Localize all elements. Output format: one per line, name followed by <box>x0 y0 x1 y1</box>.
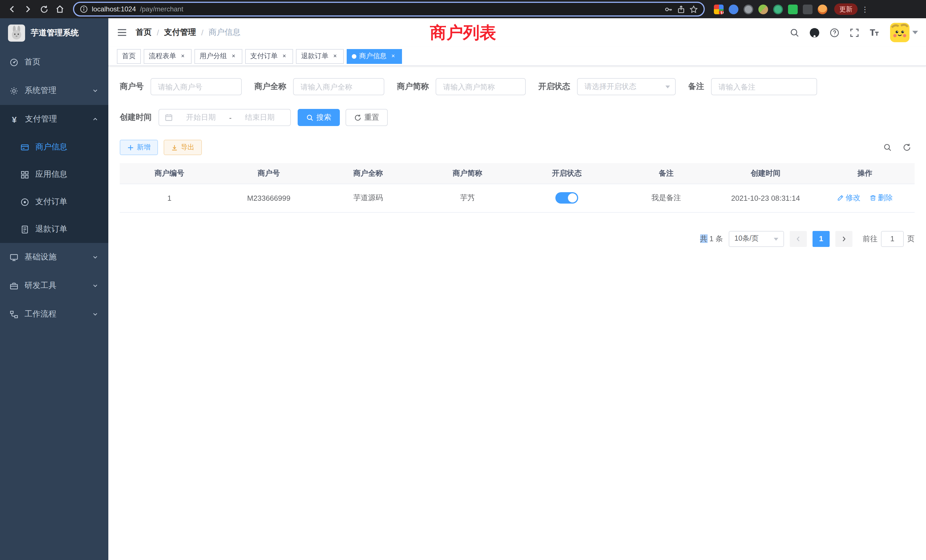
reload-icon[interactable] <box>36 2 51 17</box>
col-remark: 备注 <box>617 163 716 184</box>
sidebar-item-merchant-info[interactable]: 商户信息 <box>0 133 108 161</box>
browser-update-button[interactable]: 更新 <box>834 3 858 15</box>
tab-process-form[interactable]: 流程表单 <box>144 49 192 64</box>
extensions-area: 10 <box>710 4 831 14</box>
sidebar-group-workflow[interactable]: 工作流程 <box>0 300 108 328</box>
extension-blue-icon[interactable] <box>729 4 738 14</box>
cell-actions: 修改 删除 <box>816 184 915 212</box>
merchant-full-name-input[interactable] <box>293 78 384 95</box>
reset-button[interactable]: 重置 <box>345 109 388 126</box>
close-icon[interactable] <box>331 53 339 60</box>
fullscreen-icon[interactable] <box>847 25 862 40</box>
extension-gray-icon[interactable] <box>743 4 753 14</box>
download-icon <box>171 144 178 151</box>
help-icon[interactable] <box>827 25 841 40</box>
col-short-name: 商户简称 <box>418 163 517 184</box>
page-1-button[interactable]: 1 <box>813 231 830 247</box>
sidebar-logo-row[interactable]: 芋道管理系统 <box>0 18 108 48</box>
edit-link[interactable]: 修改 <box>837 193 861 203</box>
sidebar-item-pay-orders[interactable]: 支付订单 <box>0 188 108 216</box>
font-size-icon[interactable] <box>867 25 882 40</box>
sidebar-group-payment[interactable]: ¥ 支付管理 <box>0 105 108 133</box>
delete-link[interactable]: 删除 <box>869 193 893 203</box>
status-toggle[interactable] <box>555 192 578 204</box>
page-content: 商户号 商户全称 商户简称 开启状态 请选择开启状态 <box>108 66 926 560</box>
site-info-icon[interactable] <box>80 5 88 13</box>
search-button[interactable]: 搜索 <box>298 109 340 126</box>
github-icon[interactable] <box>807 25 822 40</box>
create-time-range-picker[interactable]: 开始日期 - 结束日期 <box>159 109 291 126</box>
chevron-down-icon <box>92 311 98 318</box>
sidebar-item-app-info[interactable]: 应用信息 <box>0 161 108 188</box>
sidebar-item-refund-orders[interactable]: 退款订单 <box>0 216 108 243</box>
url-path: /pay/merchant <box>140 5 183 13</box>
address-bar[interactable]: localhost:1024/pay/merchant <box>73 2 705 17</box>
yen-icon: ¥ <box>10 114 19 124</box>
forward-icon[interactable] <box>21 2 35 17</box>
bookmark-star-icon[interactable] <box>689 5 698 14</box>
extension-green-circle-icon[interactable] <box>773 4 783 14</box>
card-icon <box>21 143 29 151</box>
grid-icon <box>21 170 29 179</box>
breadcrumb-payment[interactable]: 支付管理 <box>164 27 196 38</box>
tags-view-bar: 首页 流程表单 用户分组 支付订单 退款订单 商户信息 <box>108 47 926 66</box>
page-size-select[interactable]: 10条/页 <box>729 231 784 247</box>
sidebar-item-home[interactable]: 首页 <box>0 48 108 76</box>
user-avatar-menu[interactable] <box>890 23 918 42</box>
merchant-table: 商户编号 商户号 商户全称 商户简称 开启状态 备注 创建时间 操作 1 <box>120 163 915 212</box>
next-page-button[interactable] <box>835 231 852 247</box>
col-merchant-no: 商户号 <box>219 163 319 184</box>
sidebar-group-dev-tools[interactable]: 研发工具 <box>0 271 108 300</box>
home-icon[interactable] <box>53 2 67 17</box>
extension-avatar-icon[interactable] <box>758 4 768 14</box>
back-icon[interactable] <box>5 2 20 17</box>
target-icon <box>21 198 29 206</box>
password-key-icon[interactable] <box>664 5 673 14</box>
close-icon[interactable] <box>389 53 397 60</box>
browser-menu-icon[interactable]: ⋮ <box>860 5 870 14</box>
close-icon[interactable] <box>179 53 186 60</box>
extension-dark-pin-icon[interactable] <box>803 4 813 14</box>
cell-remark: 我是备注 <box>617 184 716 212</box>
tab-pay-orders[interactable]: 支付订单 <box>245 49 293 64</box>
sidebar-group-system[interactable]: 系统管理 <box>0 76 108 105</box>
breadcrumb-home[interactable]: 首页 <box>136 27 152 38</box>
merchant-no-label: 商户号 <box>120 82 144 92</box>
merchant-full-name-label: 商户全称 <box>254 82 286 92</box>
close-icon[interactable] <box>230 53 237 60</box>
browser-toolbar: localhost:1024/pay/merchant 10 <box>0 0 926 18</box>
sidebar-group-infrastructure[interactable]: 基础设施 <box>0 243 108 271</box>
tab-refund-orders[interactable]: 退款订单 <box>296 49 344 64</box>
tab-home[interactable]: 首页 <box>117 49 141 64</box>
col-create-time: 创建时间 <box>716 163 816 184</box>
merchant-no-input[interactable] <box>151 78 242 95</box>
goto-page-input[interactable] <box>881 231 904 247</box>
top-navbar: 首页 / 支付管理 / 商户信息 <box>108 18 926 47</box>
search-icon[interactable] <box>787 25 802 40</box>
cell-short-name: 芋艿 <box>418 184 517 212</box>
tab-user-group[interactable]: 用户分组 <box>194 49 242 64</box>
extension-green-note-icon[interactable] <box>788 4 798 14</box>
extension-collage-icon[interactable]: 10 <box>714 4 723 14</box>
export-button[interactable]: 导出 <box>163 140 202 155</box>
cell-status <box>517 184 617 212</box>
share-icon[interactable] <box>677 5 685 14</box>
gear-icon <box>10 86 18 95</box>
merchant-short-name-label: 商户简称 <box>397 82 429 92</box>
toggle-search-icon[interactable] <box>882 142 893 153</box>
status-select[interactable]: 请选择开启状态 <box>577 78 676 95</box>
close-icon[interactable] <box>280 53 288 60</box>
refresh-table-icon[interactable] <box>901 142 912 153</box>
sidebar-toggle-icon[interactable] <box>108 27 136 38</box>
create-time-label: 创建时间 <box>120 112 152 123</box>
remark-input[interactable] <box>711 78 817 95</box>
cell-create-time: 2021-10-23 08:31:14 <box>716 184 816 212</box>
merchant-short-name-input[interactable] <box>436 78 526 95</box>
profile-avatar-icon[interactable] <box>818 4 828 14</box>
col-full-name: 商户全称 <box>318 163 418 184</box>
prev-page-button[interactable] <box>790 231 807 247</box>
add-button[interactable]: 新增 <box>120 140 158 155</box>
tab-merchant-info[interactable]: 商户信息 <box>346 49 402 64</box>
cell-merchant-id: 1 <box>120 184 219 212</box>
payment-submenu: 商户信息 应用信息 支付订单 退款订单 <box>0 133 108 243</box>
